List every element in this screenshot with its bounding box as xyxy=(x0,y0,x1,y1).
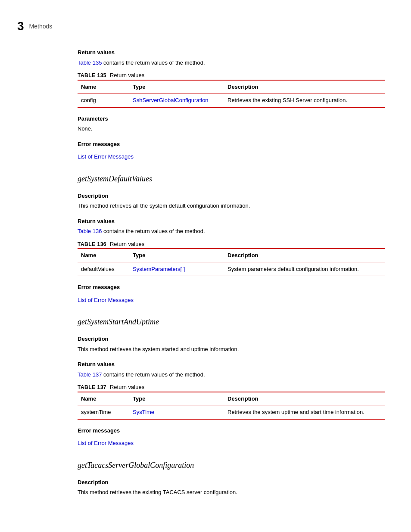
description-text-3: This method retrieves the existing TACAC… xyxy=(78,488,385,497)
col-desc-header: Description xyxy=(224,80,385,93)
error-messages-link-section: List of Error Messages xyxy=(78,152,385,161)
return-values-heading: Return values xyxy=(78,48,385,57)
table-136: Name Type Description defaultValues Syst… xyxy=(78,248,385,276)
ssh-config-type-link[interactable]: SshServerGlobalConfiguration xyxy=(133,97,209,103)
table-136-tag: TABLE 136 xyxy=(78,240,106,248)
error-messages-link-section-3: List of Error Messages xyxy=(78,439,385,448)
section-get-tacacs-server-global-config: getTacacsServerGlobalConfiguration Descr… xyxy=(78,460,385,497)
cell-type: SysTime xyxy=(129,405,224,420)
return-values-intro-2: Table 137 contains the return values of … xyxy=(78,370,385,379)
cell-name: systemTime xyxy=(78,405,129,420)
error-messages-link-section-2: List of Error Messages xyxy=(78,296,385,305)
col-desc-header-2: Description xyxy=(224,249,385,262)
error-messages-heading-2: Error messages xyxy=(78,283,385,292)
table-137-tag: TABLE 137 xyxy=(78,383,106,391)
return-values-intro-1: Table 136 contains the return values of … xyxy=(78,227,385,236)
cell-desc: System parameters default configuration … xyxy=(224,262,385,276)
return-values-heading-1: Return values xyxy=(78,217,385,226)
page-header: 3 Methods xyxy=(17,17,385,35)
table-135-link[interactable]: Table 135 xyxy=(78,59,102,66)
table-137: Name Type Description systemTime SysTime… xyxy=(78,392,385,420)
col-name-header-2: Name xyxy=(78,249,129,262)
error-messages-link-2[interactable]: List of Error Messages xyxy=(78,297,134,303)
table-row: config SshServerGlobalConfiguration Retr… xyxy=(78,93,385,108)
description-heading-1: Description xyxy=(78,192,385,200)
table-136-label: TABLE 136 Return values xyxy=(78,240,385,249)
table-137-link[interactable]: Table 137 xyxy=(78,371,102,378)
return-values-intro: Table 135 contains the return values of … xyxy=(78,59,385,67)
table-row: systemTime SysTime Retrieves the system … xyxy=(78,405,385,420)
systime-type-link[interactable]: SysTime xyxy=(133,409,154,415)
method-title-get-tacacs-server-global-config: getTacacsServerGlobalConfiguration xyxy=(78,460,385,471)
return-values-heading-2: Return values xyxy=(78,360,385,369)
cell-type: SshServerGlobalConfiguration xyxy=(129,93,224,108)
table-135: Name Type Description config SshServerGl… xyxy=(78,80,385,108)
cell-name: defaultValues xyxy=(78,262,129,276)
table-135-header-row: Name Type Description xyxy=(78,80,385,93)
col-name-header: Name xyxy=(78,80,129,93)
cell-type: SystemParameters[ ] xyxy=(129,262,224,276)
col-desc-header-3: Description xyxy=(224,392,385,405)
col-type-header-2: Type xyxy=(129,249,224,262)
error-messages-heading-3: Error messages xyxy=(78,426,385,435)
chapter-label: Methods xyxy=(29,22,53,31)
return-values-intro-text: contains the return values of the method… xyxy=(103,59,205,66)
section-get-system-start-and-uptime: getSystemStartAndUptime Description This… xyxy=(78,316,385,448)
table-137-header-row: Name Type Description xyxy=(78,392,385,405)
error-messages-heading: Error messages xyxy=(78,140,385,149)
return-values-intro-text-2: contains the return values of the method… xyxy=(103,371,205,378)
col-type-header: Type xyxy=(129,80,224,93)
system-params-type-link[interactable]: SystemParameters[ ] xyxy=(133,266,185,272)
error-messages-link-3[interactable]: List of Error Messages xyxy=(78,440,134,446)
table-136-header-row: Name Type Description xyxy=(78,249,385,262)
col-type-header-3: Type xyxy=(129,392,224,405)
cell-name: config xyxy=(78,93,129,108)
parameters-heading: Parameters xyxy=(78,115,385,123)
chapter-number: 3 xyxy=(17,17,24,35)
error-messages-link-1[interactable]: List of Error Messages xyxy=(78,153,134,160)
col-name-header-3: Name xyxy=(78,392,129,405)
cell-desc: Retrieves the system uptime and start ti… xyxy=(224,405,385,420)
table-row: defaultValues SystemParameters[ ] System… xyxy=(78,262,385,276)
table-136-link[interactable]: Table 136 xyxy=(78,228,102,234)
table-135-caption: Return values xyxy=(110,71,144,80)
table-135-tag: TABLE 135 xyxy=(78,72,106,79)
section-ssh-continuation: Return values Table 135 contains the ret… xyxy=(78,48,385,161)
description-text-2: This method retrieves the system started… xyxy=(78,345,385,354)
cell-desc: Retrieves the existing SSH Server config… xyxy=(224,93,385,108)
table-137-label: TABLE 137 Return values xyxy=(78,383,385,392)
section-get-system-default-values: getSystemDefaultValues Description This … xyxy=(78,173,385,305)
table-135-label: TABLE 135 Return values xyxy=(78,71,385,80)
method-title-get-system-start-and-uptime: getSystemStartAndUptime xyxy=(78,316,385,328)
method-title-get-system-default-values: getSystemDefaultValues xyxy=(78,173,385,185)
parameters-value: None. xyxy=(78,124,385,133)
description-heading-2: Description xyxy=(78,335,385,343)
description-text-1: This method retrieves all the system def… xyxy=(78,202,385,210)
table-137-caption: Return values xyxy=(110,383,144,392)
table-136-caption: Return values xyxy=(110,240,144,249)
return-values-intro-text-1: contains the return values of the method… xyxy=(103,228,205,234)
description-heading-3: Description xyxy=(78,478,385,487)
